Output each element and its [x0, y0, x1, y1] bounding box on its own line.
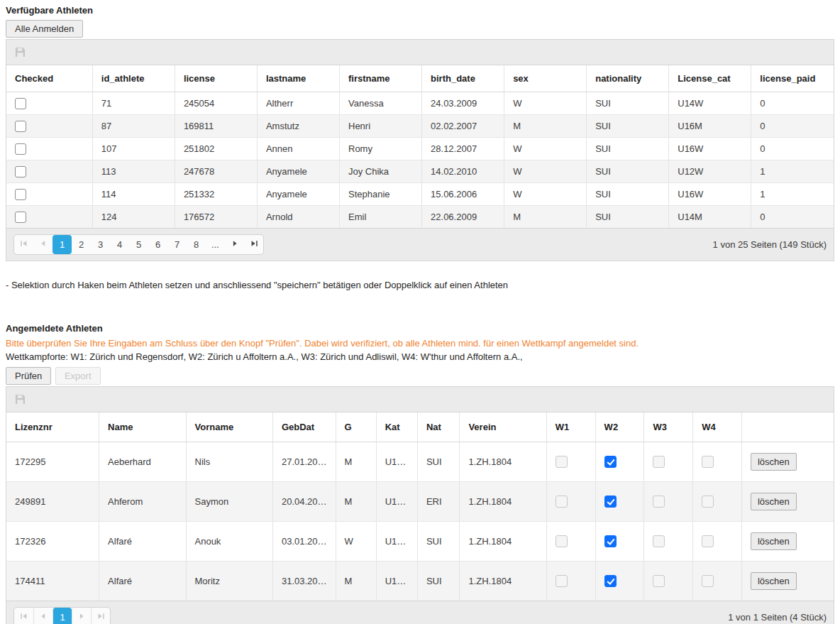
export-button: Export: [55, 367, 101, 385]
column-header-sex[interactable]: sex: [504, 65, 587, 92]
athlete-checkbox[interactable]: [15, 98, 26, 109]
athlete-row[interactable]: 114251332AnyameleStephanie15.06.2006WSUI…: [6, 183, 834, 206]
cell-verein: 1.ZH.1804: [460, 442, 546, 482]
w4-checkbox[interactable]: [702, 575, 714, 587]
w1-checkbox[interactable]: [556, 496, 568, 508]
cell-nat: SUI: [417, 522, 459, 562]
column-header-verein[interactable]: Verein: [460, 412, 546, 442]
athlete-checkbox[interactable]: [15, 166, 26, 177]
previous-page-icon: [39, 612, 48, 623]
check-button[interactable]: Prüfen: [6, 367, 51, 385]
cell-nationality: SUI: [587, 138, 669, 160]
cell-id_athlete: 71: [92, 92, 175, 115]
cell-sex: W: [504, 138, 587, 160]
w4-checkbox[interactable]: [702, 535, 714, 547]
cell-firstname: Henri: [340, 115, 422, 138]
column-header-lastname[interactable]: lastname: [257, 65, 339, 92]
column-header-license_paid[interactable]: license_paid: [751, 65, 834, 92]
page-button-...[interactable]: ...: [206, 235, 225, 254]
available-athletes-section: Verfügbare Athleten Alle Anmelden Checke…: [6, 5, 834, 261]
cell-nationality: SUI: [587, 115, 669, 138]
w4-checkbox[interactable]: [702, 496, 714, 508]
cell-firstname: Emil: [340, 206, 422, 229]
w2-checkbox[interactable]: [604, 575, 617, 587]
w4-checkbox[interactable]: [702, 456, 714, 468]
cell-birth_date: 28.12.2007: [422, 138, 504, 160]
athlete-row[interactable]: 124176572ArnoldEmil22.06.2009MSUIU14M0: [6, 206, 834, 229]
column-header-w4[interactable]: W4: [693, 412, 742, 442]
column-header-nat[interactable]: Nat: [417, 412, 459, 442]
page-button-8[interactable]: 8: [187, 235, 206, 254]
page-button-5[interactable]: 5: [129, 235, 148, 254]
delete-button[interactable]: löschen: [751, 572, 797, 590]
cell-w4: [693, 482, 742, 522]
w2-checkbox[interactable]: [604, 496, 617, 508]
column-header-id_athlete[interactable]: id_athlete: [92, 65, 175, 92]
athlete-row[interactable]: 107251802AnnenRomy28.12.2007WSUIU16W0: [6, 138, 834, 160]
column-header-nationality[interactable]: nationality: [587, 65, 669, 92]
cell-sex: M: [504, 206, 587, 229]
column-header-birth_date[interactable]: birth_date: [422, 65, 504, 92]
column-header-w2[interactable]: W2: [595, 412, 644, 442]
column-header-kat[interactable]: Kat: [376, 412, 417, 442]
column-header-lizenznr[interactable]: Lizenznr: [6, 412, 99, 442]
w1-checkbox[interactable]: [556, 575, 568, 587]
page-button-6[interactable]: 6: [148, 235, 167, 254]
page-button-1[interactable]: 1: [52, 608, 72, 624]
cell-verein: 1.ZH.1804: [460, 562, 546, 601]
cell-lastname: Amstutz: [257, 115, 339, 138]
delete-button[interactable]: löschen: [751, 532, 797, 550]
register-all-button[interactable]: Alle Anmelden: [6, 20, 83, 38]
delete-button[interactable]: löschen: [751, 453, 797, 471]
w2-checkbox[interactable]: [604, 535, 617, 547]
cell-license_cat: U14W: [669, 92, 751, 115]
cell-id_athlete: 107: [92, 138, 175, 160]
column-header-w1[interactable]: W1: [546, 412, 595, 442]
athlete-checkbox[interactable]: [15, 189, 26, 200]
next-page-icon: [231, 239, 239, 250]
athlete-row[interactable]: 87169811AmstutzHenri02.02.2007MSUIU16M0: [6, 115, 834, 138]
cell-birth_date: 14.02.2010: [422, 160, 504, 183]
column-header-firstname[interactable]: firstname: [340, 65, 422, 92]
w3-checkbox[interactable]: [653, 535, 665, 547]
page-button-2[interactable]: 2: [72, 235, 91, 254]
athlete-row[interactable]: 71245054AltherrVanessa24.03.2009WSUIU14W…: [6, 92, 834, 115]
cell-w2: [595, 562, 644, 601]
athlete-checkbox[interactable]: [15, 212, 26, 223]
w1-checkbox[interactable]: [556, 456, 568, 468]
column-header-checked[interactable]: Checked: [6, 65, 92, 92]
column-header-g[interactable]: G: [336, 412, 376, 442]
cell-w1: [546, 442, 595, 482]
w3-checkbox[interactable]: [653, 496, 665, 508]
athlete-row[interactable]: 113247678AnyameleJoy Chika14.02.2010WSUI…: [6, 160, 834, 183]
w3-checkbox[interactable]: [653, 575, 665, 587]
delete-button[interactable]: löschen: [751, 493, 797, 510]
page-button-3[interactable]: 3: [91, 235, 110, 254]
column-header-gebdat[interactable]: GebDat: [272, 412, 336, 442]
column-header-vorname[interactable]: Vorname: [186, 412, 272, 442]
athlete-checkbox[interactable]: [15, 143, 26, 155]
page-button-4[interactable]: 4: [110, 235, 129, 254]
athlete-checkbox[interactable]: [15, 121, 26, 132]
column-header-w3[interactable]: W3: [644, 412, 693, 442]
cell-firstname: Joy Chika: [340, 160, 422, 183]
cell-sex: M: [504, 115, 587, 138]
registered-athletes-table: LizenznrNameVornameGebDatGKatNatVereinW1…: [6, 412, 834, 601]
w3-checkbox[interactable]: [653, 456, 665, 468]
pager-info: 1 von 25 Seiten (149 Stück): [713, 239, 827, 250]
w2-checkbox[interactable]: [604, 456, 617, 468]
column-header-license[interactable]: license: [175, 65, 257, 92]
column-header-name[interactable]: Name: [99, 412, 186, 442]
w1-checkbox[interactable]: [556, 535, 568, 547]
next-page-button[interactable]: [225, 235, 244, 254]
save-icon: [15, 396, 26, 407]
cell-w1: [546, 562, 595, 601]
cell-license_paid: 0: [751, 115, 834, 138]
page-button-1[interactable]: 1: [52, 235, 72, 254]
next-page-icon: [77, 612, 86, 623]
column-header-license_cat[interactable]: License_cat: [669, 65, 751, 92]
page-button-7[interactable]: 7: [167, 235, 187, 254]
last-page-button[interactable]: [244, 235, 263, 254]
cell-license: 169811: [175, 115, 257, 138]
cell-lizenznr: 172326: [6, 522, 99, 562]
